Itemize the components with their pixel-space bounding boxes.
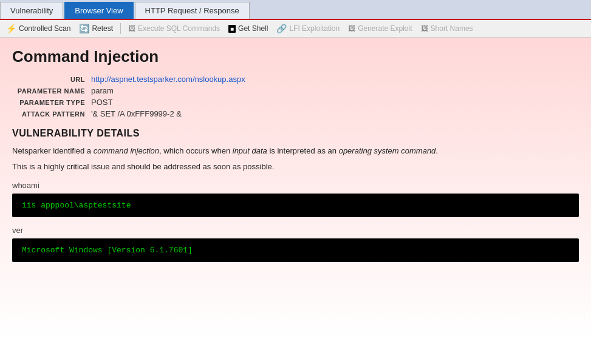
- gear-icon: 🖼: [348, 24, 355, 33]
- db-icon: 🖼: [128, 24, 135, 33]
- attack-pattern-label: ATTACK PATTERN: [12, 110, 91, 118]
- controlled-scan-label: Controlled Scan: [19, 24, 70, 33]
- execute-sql-button[interactable]: 🖼 Execute SQL Commands: [126, 23, 222, 34]
- get-shell-label: Get Shell: [238, 24, 268, 33]
- description-line2: This is a highly critical issue and shou…: [12, 161, 579, 173]
- tab-bar: Vulnerability Browser View HTTP Request …: [0, 0, 591, 20]
- tab-vulnerability[interactable]: Vulnerability: [0, 2, 63, 19]
- param-type-value: POST: [91, 98, 112, 107]
- url-link[interactable]: http://aspnet.testsparker.com/nslookup.a…: [91, 75, 245, 84]
- shell-icon: ■: [228, 25, 236, 33]
- execute-sql-label: Execute SQL Commands: [138, 24, 220, 33]
- lfi-icon: 🔗: [276, 24, 287, 33]
- names-icon: 🖼: [421, 24, 428, 33]
- description-line1: Netsparker identified a command injectio…: [12, 145, 579, 157]
- section-title: VULNERABILITY DETAILS: [12, 128, 579, 139]
- ver-output: Microsoft Windows [Version 6.1.7601]: [12, 238, 579, 262]
- tab-http-request[interactable]: HTTP Request / Response: [135, 2, 250, 19]
- param-name-label: PARAMETER NAME: [12, 87, 91, 95]
- toolbar: ⚡ Controlled Scan 🔄 Retest 🖼 Execute SQL…: [0, 20, 591, 38]
- param-type-row: PARAMETER TYPE POST: [12, 98, 579, 107]
- short-names-label: Short Names: [431, 24, 473, 33]
- whoami-output: iis apppool\asptestsite: [12, 194, 579, 217]
- vulnerability-title: Command Injection: [12, 47, 579, 66]
- attack-pattern-value: '& SET /A 0xFFF9999-2 &: [91, 109, 182, 118]
- whoami-label: whoami: [12, 181, 579, 190]
- url-label: URL: [12, 76, 91, 83]
- info-table: URL http://aspnet.testsparker.com/nslook…: [12, 75, 579, 118]
- lightning-icon: ⚡: [6, 24, 16, 33]
- url-row: URL http://aspnet.testsparker.com/nslook…: [12, 75, 579, 84]
- lfi-exploitation-button[interactable]: 🔗 LFI Exploitation: [274, 22, 342, 35]
- get-shell-button[interactable]: ■ Get Shell: [226, 23, 270, 34]
- retest-label: Retest: [92, 24, 113, 33]
- param-name-value: param: [91, 86, 114, 95]
- generate-exploit-label: Generate Exploit: [358, 24, 412, 33]
- url-value: http://aspnet.testsparker.com/nslookup.a…: [91, 75, 245, 84]
- tab-browser-view[interactable]: Browser View: [64, 2, 133, 19]
- param-name-row: PARAMETER NAME param: [12, 86, 579, 95]
- ver-label: ver: [12, 226, 579, 235]
- short-names-button[interactable]: 🖼 Short Names: [418, 23, 476, 34]
- attack-pattern-row: ATTACK PATTERN '& SET /A 0xFFF9999-2 &: [12, 109, 579, 118]
- retest-button[interactable]: 🔄 Retest: [77, 22, 115, 35]
- retest-icon: 🔄: [79, 24, 89, 33]
- main-content: Command Injection URL http://aspnet.test…: [0, 38, 591, 341]
- toolbar-separator-1: [120, 23, 121, 34]
- controlled-scan-button[interactable]: ⚡ Controlled Scan: [4, 22, 73, 35]
- lfi-label: LFI Exploitation: [289, 24, 340, 33]
- generate-exploit-button[interactable]: 🖼 Generate Exploit: [346, 23, 414, 34]
- param-type-label: PARAMETER TYPE: [12, 99, 91, 106]
